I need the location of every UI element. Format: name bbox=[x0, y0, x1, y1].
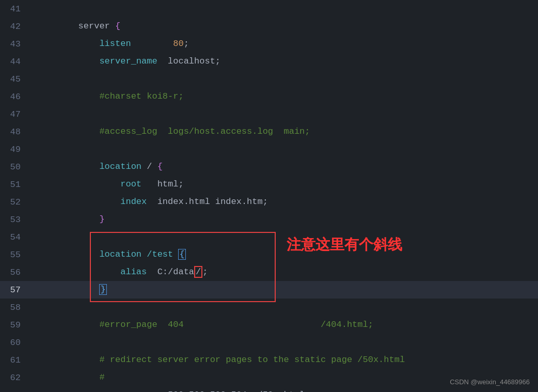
line-content: alias C:/data/; bbox=[31, 263, 538, 281]
line-content bbox=[31, 299, 538, 316]
line-content: root html; bbox=[31, 176, 538, 193]
line-number: 48 bbox=[0, 127, 31, 137]
line-content: location /test { bbox=[31, 246, 538, 263]
annotation-text: 注意这里有个斜线 bbox=[287, 235, 402, 255]
line-number: 53 bbox=[0, 215, 31, 225]
code-editor: 41 42 server {43 listen 80;44 server_nam… bbox=[0, 0, 538, 392]
code-line: 59 #error_page 404 /404.html; bbox=[0, 316, 538, 334]
line-content bbox=[31, 70, 538, 88]
line-number: 51 bbox=[0, 180, 31, 190]
line-number: 52 bbox=[0, 197, 31, 207]
code-line: 46 #charset koi8-r; bbox=[0, 88, 538, 105]
code-line: 50 location / { bbox=[0, 158, 538, 176]
line-number: 50 bbox=[0, 162, 31, 172]
line-number: 47 bbox=[0, 109, 31, 119]
code-line: 43 listen 80; bbox=[0, 35, 538, 53]
code-line: 54 bbox=[0, 228, 538, 246]
code-line: 52 index index.html index.htm; bbox=[0, 193, 538, 211]
code-line: 58 bbox=[0, 299, 538, 316]
line-number: 63 bbox=[0, 390, 31, 393]
line-number: 56 bbox=[0, 268, 31, 277]
code-line: 48 #access_log logs/host.access.log main… bbox=[0, 123, 538, 140]
line-content: #charset koi8-r; bbox=[31, 88, 538, 105]
line-content: index index.html index.htm; bbox=[31, 193, 538, 211]
line-number: 55 bbox=[0, 250, 31, 260]
code-line: 49 bbox=[0, 140, 538, 158]
code-line: 41 bbox=[0, 0, 538, 18]
line-content bbox=[31, 140, 538, 158]
line-number: 45 bbox=[0, 74, 31, 84]
code-line: 57 } bbox=[0, 281, 538, 299]
code-line: 51 root html; bbox=[0, 176, 538, 193]
code-line: 53 } bbox=[0, 211, 538, 228]
code-line: 61 # redirect server error pages to the … bbox=[0, 351, 538, 369]
line-number: 60 bbox=[0, 338, 31, 348]
line-content: server_name localhost; bbox=[31, 53, 538, 70]
line-content: # redirect server error pages to the sta… bbox=[31, 351, 538, 369]
code-line: 56 alias C:/data/; bbox=[0, 263, 538, 281]
line-content bbox=[31, 0, 538, 18]
line-number: 49 bbox=[0, 145, 31, 154]
line-content: listen 80; bbox=[31, 35, 538, 53]
line-content: location / { bbox=[31, 158, 538, 176]
code-line: 42 server { bbox=[0, 18, 538, 35]
line-number: 59 bbox=[0, 320, 31, 330]
line-content bbox=[31, 105, 538, 123]
line-content: #error_page 404 /404.html; bbox=[31, 316, 538, 334]
code-line: 63 error_page 500 502 503 504 /50x.html; bbox=[0, 386, 538, 392]
code-line: 55 location /test { bbox=[0, 246, 538, 263]
line-number: 62 bbox=[0, 373, 31, 383]
line-content bbox=[31, 334, 538, 351]
line-number: 41 bbox=[0, 4, 31, 14]
line-number: 54 bbox=[0, 232, 31, 242]
code-line: 60 bbox=[0, 334, 538, 351]
line-number: 58 bbox=[0, 303, 31, 312]
line-content bbox=[31, 228, 538, 246]
code-line: 45 bbox=[0, 70, 538, 88]
line-content: #access_log logs/host.access.log main; bbox=[31, 123, 538, 140]
line-number: 61 bbox=[0, 355, 31, 365]
line-content: } bbox=[31, 281, 538, 299]
line-number: 46 bbox=[0, 92, 31, 102]
line-number: 43 bbox=[0, 39, 31, 49]
code-line: 47 bbox=[0, 105, 538, 123]
line-content: } bbox=[31, 211, 538, 228]
watermark: CSDN @weixin_44689966 bbox=[450, 378, 530, 386]
line-number: 44 bbox=[0, 57, 31, 67]
line-content: server { bbox=[31, 18, 538, 35]
line-number: 57 bbox=[0, 285, 31, 295]
code-line: 44 server_name localhost; bbox=[0, 53, 538, 70]
line-content: error_page 500 502 503 504 /50x.html; bbox=[31, 386, 538, 392]
line-number: 42 bbox=[0, 22, 31, 32]
